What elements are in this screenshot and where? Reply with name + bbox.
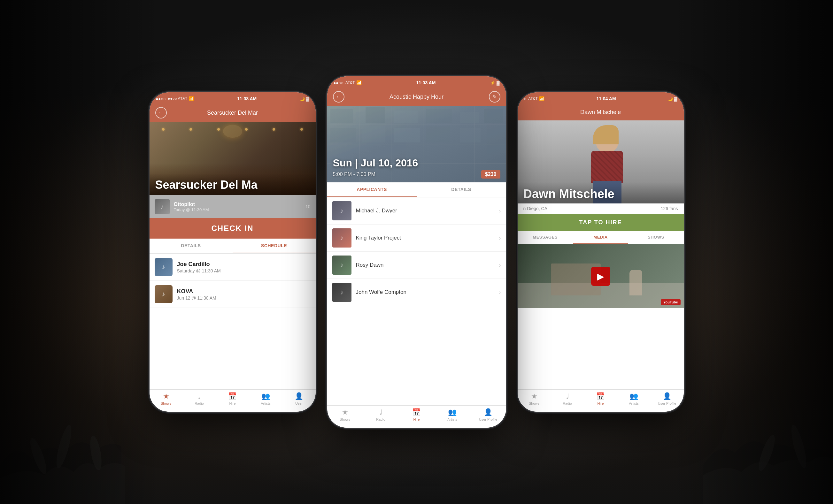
applicant-chevron-3: › [499,289,501,296]
applicant-item-0[interactable]: Michael J. Dwyer › [327,197,506,224]
center-artists-label: Artists [447,417,457,421]
right-artists-label: Artists [629,402,639,405]
center-bluetooth-icon: ⚡ [490,80,495,85]
sched-avatar-kova [154,285,172,303]
schedule-item-1[interactable]: KOVA Jun 12 @ 11:30 AM [149,281,316,308]
right-radio-label: Radio [563,402,572,405]
right-nav-bar: Dawn Mitschele [518,104,684,120]
right-tab-media[interactable]: MEDIA [573,231,628,244]
left-user-label: User [295,402,303,405]
left-artists-icon: 👥 [261,392,270,401]
right-yt-thumbnail[interactable]: ▶ YouTube [518,244,684,308]
svg-rect-21 [362,126,385,142]
right-media-tabs: MESSAGES MEDIA SHOWS [518,231,684,244]
left-tab-details[interactable]: DETAILS [149,239,233,253]
right-location-row: n Diego, CA 126 fans [518,203,684,214]
right-bottom-nav: ★ Shows ♩ Radio 📅 Hire 👥 Artists 👤 [518,389,684,412]
schedule-item-0[interactable]: Joe Cardillo Saturday @ 11:30 AM [149,254,316,281]
center-tab-details[interactable]: DETAILS [416,183,506,197]
right-shows-icon: ★ [531,392,538,401]
center-user-label: User Profile [479,417,497,421]
center-back-btn[interactable]: ← [333,91,344,102]
right-nav-hire[interactable]: 📅 Hire [584,392,617,405]
center-nav-artists[interactable]: 👥 Artists [434,408,470,421]
center-nav-shows[interactable]: ★ Shows [327,408,363,421]
left-nav-hire[interactable]: 📅 Hire [216,392,249,405]
center-artists-icon: 👥 [448,408,457,416]
right-tab-messages[interactable]: MESSAGES [518,231,573,244]
center-event-time: 5:00 PM - 7:00 PM [333,171,376,177]
center-edit-btn[interactable]: ✎ [489,91,500,102]
right-battery-icon: ▓ [674,96,677,101]
left-nav-shows[interactable]: ★ Shows [149,392,183,405]
applicant-item-3[interactable]: John Wolfe Compton › [327,279,506,306]
left-moon-icon: 🌙 [300,96,305,101]
center-edit-icon: ✎ [493,94,497,99]
artist-shirt-pattern [591,151,623,183]
left-nav-artists[interactable]: 👥 Artists [249,392,283,405]
left-bottom-nav: ★ Shows ♩ Radio 📅 Hire 👥 Artists 👤 [149,389,316,412]
sched-info-0: Joe Cardillo Saturday @ 11:30 AM [177,261,221,273]
center-tabs: APPLICANTS DETAILS [327,183,506,197]
left-back-btn[interactable]: ← [155,107,167,119]
left-hero-image: Searsucker Del Ma [149,122,316,195]
left-checkin-btn[interactable]: CHECK IN [149,218,316,239]
right-artists-icon: 👥 [629,392,638,401]
phone-center: ●●○○ AT&T 📶 11:03 AM ⚡ ▓ ← Acoustic Happ… [327,76,506,428]
center-wifi-icon: 📶 [356,80,362,85]
center-event-date: Sun | Jul 10, 2016 [333,157,500,169]
center-hero-image: Sun | Jul 10, 2016 5:00 PM - 7:00 PM $23… [327,106,506,183]
applicant-avatar-0 [332,201,352,220]
right-tab-shows[interactable]: SHOWS [628,231,684,244]
right-nav-shows[interactable]: ★ Shows [518,392,551,405]
left-performer-time: Today @ 11:30 AM [174,207,302,212]
svg-rect-22 [394,128,420,142]
center-icons: ⚡ ▓ [490,80,499,85]
left-back-arrow: ← [159,110,164,116]
center-hire-icon: 📅 [412,408,421,416]
center-nav-hire[interactable]: 📅 Hire [399,408,434,421]
right-nav-radio[interactable]: ♩ Radio [551,392,584,405]
center-shows-label: Shows [340,417,350,421]
applicant-name-2: Rosy Dawn [356,262,495,268]
left-nav-user[interactable]: 👤 User [283,392,316,405]
svg-rect-17 [426,109,452,123]
left-artists-label: Artists [261,402,271,405]
right-tap-hire-btn[interactable]: TAP TO HIRE [518,214,684,231]
right-hire-icon: 📅 [596,392,605,401]
center-nav-user[interactable]: 👤 User Profile [470,408,506,421]
right-nav-user[interactable]: 👤 User Profile [650,392,684,405]
right-status-bar: ○ AT&T 📶 11:04 AM 🌙 ▓ [518,92,684,104]
center-nav-radio[interactable]: ♩ Radio [363,408,399,421]
svg-rect-13 [330,109,353,123]
applicant-item-1[interactable]: King Taylor Project › [327,224,506,252]
right-shows-label: Shows [529,402,539,405]
center-applicants-list: Michael J. Dwyer › King Taylor Project ›… [327,197,506,306]
svg-rect-18 [460,112,479,123]
yt-floor [518,283,684,308]
right-hero-image: Dawn Mitschele [518,120,684,203]
applicant-name-0: Michael J. Dwyer [356,208,495,214]
svg-rect-16 [394,111,418,123]
venue-light-1 [162,128,165,130]
right-user-icon: 👤 [663,392,671,401]
center-shows-icon: ★ [342,408,348,416]
left-performer-count: 10 [306,204,311,209]
left-nav-radio[interactable]: ♩ Radio [183,392,216,405]
left-hire-icon: 📅 [228,392,237,401]
left-tab-schedule[interactable]: SCHEDULE [233,239,316,253]
applicant-item-2[interactable]: Rosy Dawn › [327,252,506,279]
center-tab-applicants[interactable]: APPLICANTS [327,183,416,197]
applicant-chevron-2: › [499,262,501,269]
center-hire-label: Hire [413,417,420,421]
right-artist-name: Dawn Mitschele [523,187,678,201]
right-carrier: ○ AT&T 📶 [524,96,545,101]
right-nav-artists[interactable]: 👥 Artists [617,392,650,405]
left-hero-text-overlay: Searsucker Del Ma [149,173,316,195]
left-radio-icon: ♩ [198,392,201,401]
yt-play-button[interactable]: ▶ [591,267,610,286]
right-hire-label: Hire [597,402,603,405]
center-nav-bar: ← Acoustic Happy Hour ✎ [327,88,506,106]
phone-right-screen: ○ AT&T 📶 11:04 AM 🌙 ▓ Dawn Mitschele [518,92,684,412]
applicant-avatar-2 [332,256,352,275]
